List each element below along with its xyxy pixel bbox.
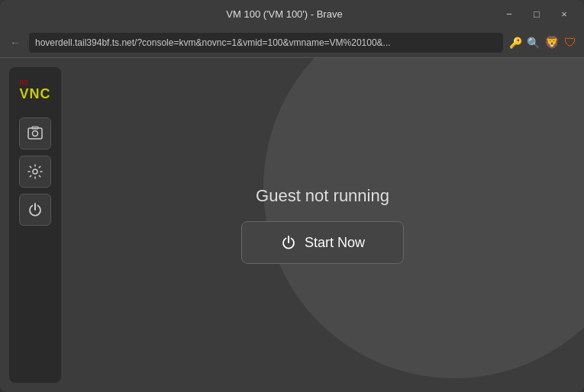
svg-point-1 — [33, 131, 38, 137]
sidebar: no VNC — [9, 67, 61, 383]
title-bar: VM 100 ('VM 100') - Brave − □ × — [0, 0, 584, 27]
content-area: no VNC — [0, 58, 584, 392]
main-content: Guest not running Start Now — [61, 58, 584, 392]
key-icon: 🔑 — [509, 37, 522, 49]
settings-button[interactable] — [19, 156, 51, 188]
nav-back-icon: ← — [8, 37, 23, 49]
screenshot-button[interactable] — [19, 117, 51, 149]
brave-shield-icon: 🛡 — [564, 36, 576, 50]
zoom-icon: 🔍 — [527, 37, 540, 49]
power-icon — [27, 201, 44, 218]
start-now-label: Start Now — [305, 235, 365, 251]
vnc-text: VNC — [19, 86, 50, 102]
gear-icon — [27, 163, 44, 180]
vnc-no-text: no — [19, 78, 50, 86]
start-now-button[interactable]: Start Now — [241, 221, 404, 264]
address-bar: ← 🔑 🔍 🦁 🛡 — [0, 27, 584, 58]
maximize-button[interactable]: □ — [526, 5, 547, 22]
close-button[interactable]: × — [553, 5, 575, 22]
screenshot-icon — [27, 125, 44, 142]
power-sidebar-button[interactable] — [19, 194, 51, 226]
brave-logo-icon: 🦁 — [544, 35, 560, 50]
guest-status-text: Guest not running — [256, 186, 389, 206]
browser-icons: 🔑 🔍 🦁 🛡 — [509, 35, 576, 50]
browser-title: VM 100 ('VM 100') - Brave — [70, 8, 498, 20]
novnc-logo: no VNC — [17, 75, 53, 105]
browser-window: VM 100 ('VM 100') - Brave − □ × ← 🔑 🔍 🦁 … — [0, 0, 584, 392]
svg-rect-0 — [28, 128, 42, 139]
window-controls: − □ × — [498, 5, 575, 22]
svg-point-3 — [33, 169, 37, 174]
start-power-icon — [280, 234, 297, 251]
minimize-button[interactable]: − — [498, 5, 520, 22]
url-input[interactable] — [29, 33, 503, 53]
